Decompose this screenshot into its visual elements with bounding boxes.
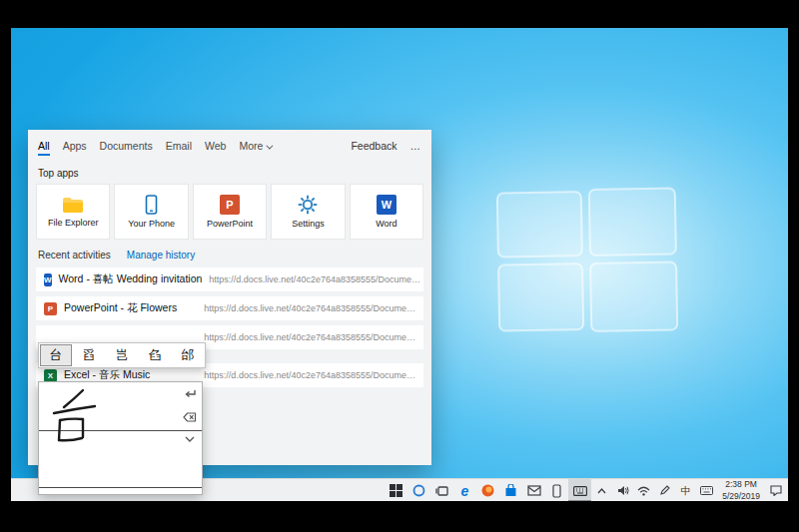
handwriting-canvas[interactable] (38, 381, 203, 495)
tile-label: Settings (292, 219, 325, 229)
desktop[interactable]: All Apps Documents Email Web More Feedba… (11, 28, 788, 501)
tab-all[interactable]: All (38, 140, 50, 156)
tab-web[interactable]: Web (205, 140, 226, 156)
edge-icon: e (461, 483, 469, 499)
backspace-icon (183, 412, 197, 422)
ime-candidate-2[interactable]: 舀 (73, 344, 105, 366)
chevron-down-icon (185, 436, 195, 442)
recent-item-url: https://d.docs.live.net/40c2e764a8358555… (204, 303, 415, 313)
ime-candidate-1[interactable]: 台 (40, 344, 72, 366)
word-icon: W (44, 273, 52, 286)
touch-keyboard-button[interactable] (568, 479, 591, 501)
tile-word[interactable]: W Word (350, 184, 423, 240)
recent-activities-heading: Recent activities (38, 250, 111, 261)
start-icon (390, 484, 402, 497)
recent-item-title: Word - 喜帖 Wedding invitation (59, 272, 203, 286)
recent-activities-header: Recent activities Manage history (38, 250, 421, 261)
ime-candidate-5[interactable]: 邰 (172, 344, 204, 366)
your-phone-icon (145, 195, 158, 215)
ime-language-indicator: 中 (681, 484, 691, 498)
recent-item-url: https://d.docs.live.net/40c2e764a8358555… (209, 274, 420, 284)
tile-label: Your Phone (128, 219, 175, 229)
ime-language-button[interactable]: 中 (676, 479, 695, 501)
tray-overflow-button[interactable] (592, 479, 611, 501)
recent-item-title: PowerPoint - 花 Flowers (64, 301, 177, 315)
recent-item-title: Excel - 音乐 Music (64, 368, 150, 382)
system-tray: 中 2:38 PM 5/29/2019 (592, 479, 785, 501)
windows-logo (495, 186, 680, 334)
start-button[interactable] (385, 479, 407, 501)
search-tabs: All Apps Documents Email Web More Feedba… (28, 130, 431, 156)
enter-button[interactable] (182, 387, 198, 402)
recent-item-word[interactable]: W Word - 喜帖 Wedding invitation https://d… (36, 267, 423, 291)
pen-icon (659, 485, 670, 496)
file-explorer-icon (62, 197, 84, 214)
tile-file-explorer[interactable]: File Explorer (36, 184, 110, 240)
ime-candidate-3[interactable]: 岂 (106, 344, 138, 366)
tile-label: PowerPoint (207, 219, 253, 229)
collapse-button[interactable] (182, 431, 198, 446)
powerpoint-icon: P (220, 195, 240, 215)
mail-icon (527, 485, 541, 496)
tab-documents[interactable]: Documents (100, 140, 153, 156)
tab-more[interactable]: More (239, 140, 271, 156)
tab-apps[interactable]: Apps (63, 140, 87, 156)
mail-button[interactable] (522, 479, 545, 501)
backspace-button[interactable] (182, 409, 198, 424)
network-icon (637, 486, 650, 496)
top-apps-heading: Top apps (38, 168, 421, 179)
store-icon (504, 484, 517, 497)
tab-email[interactable]: Email (166, 140, 192, 156)
taskbar-icons: e (385, 479, 591, 501)
speaker-icon (617, 485, 629, 496)
edge-button[interactable]: e (453, 479, 476, 501)
top-apps-grid: File Explorer Your Phone P PowerPoint (36, 184, 423, 240)
recent-item-url: https://d.docs.live.net/40c2e764a8358555… (204, 332, 415, 342)
writing-base-line (39, 487, 202, 488)
network-button[interactable] (634, 479, 653, 501)
action-center-button[interactable] (766, 479, 785, 501)
firefox-button[interactable] (476, 479, 499, 501)
overflow-menu-button[interactable]: … (410, 140, 422, 156)
touch-keyboard-icon (573, 486, 587, 496)
task-view-button[interactable] (430, 479, 453, 501)
excel-icon: X (44, 369, 57, 382)
photo-frame: { "search_panel": { "tabs": { "all": "Al… (0, 0, 799, 532)
action-center-icon (770, 485, 782, 496)
tile-label: File Explorer (48, 218, 99, 228)
ime-candidate-4[interactable]: 臽 (139, 344, 171, 366)
recent-item-powerpoint[interactable]: P PowerPoint - 花 Flowers https://d.docs.… (36, 296, 423, 320)
taskbar-clock[interactable]: 2:38 PM 5/29/2019 (718, 479, 764, 501)
phone-icon (552, 484, 561, 498)
word-icon: W (377, 195, 397, 215)
firefox-icon (481, 484, 494, 497)
your-phone-button[interactable] (545, 479, 568, 501)
pen-button[interactable] (655, 479, 674, 501)
clock-date: 5/29/2019 (722, 491, 760, 502)
chevron-down-icon (267, 143, 274, 150)
speaker-button[interactable] (613, 479, 632, 501)
task-view-icon (435, 485, 449, 497)
chevron-up-icon (597, 488, 606, 494)
clock-time: 2:38 PM (725, 479, 757, 490)
recent-item-url: https://d.docs.live.net/40c2e764a8358555… (204, 370, 415, 380)
tile-powerpoint[interactable]: P PowerPoint (193, 184, 267, 240)
tile-label: Word (376, 219, 397, 229)
ime-candidate-bar: 台 舀 岂 臽 邰 (38, 342, 206, 368)
enter-icon (184, 389, 197, 400)
handwriting-buttons (182, 387, 198, 446)
tile-settings[interactable]: Settings (271, 184, 345, 240)
settings-icon (298, 195, 318, 215)
powerpoint-icon: P (44, 302, 57, 315)
search-icon (412, 484, 425, 497)
tile-your-phone[interactable]: Your Phone (114, 184, 188, 240)
tray-keyboard-button[interactable] (697, 479, 716, 501)
search-button[interactable] (407, 479, 430, 501)
handwritten-character-ink (47, 386, 105, 446)
manage-history-link[interactable]: Manage history (127, 250, 195, 261)
store-button[interactable] (499, 479, 522, 501)
touch-keyboard-icon (700, 486, 713, 495)
feedback-link[interactable]: Feedback (351, 140, 397, 156)
